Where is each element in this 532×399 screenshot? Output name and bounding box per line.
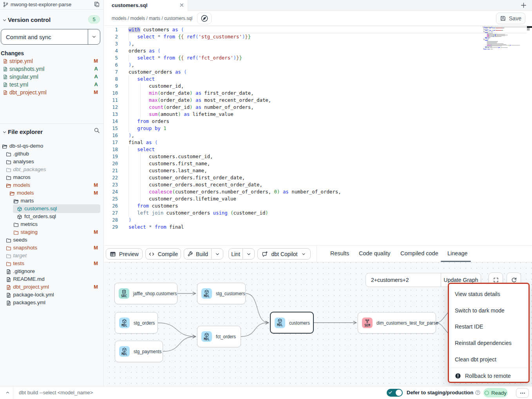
new-tab-button[interactable] <box>520 2 527 9</box>
tree-item-seeds[interactable]: seeds <box>0 237 103 244</box>
indent-guide <box>128 153 129 160</box>
tree-item--gitignore[interactable]: .gitignore <box>0 268 103 276</box>
tree-item-fct-orders-sql[interactable]: fct_orders.sql <box>0 213 103 221</box>
menu-item-clean-dbt-project[interactable]: Clean dbt project <box>449 351 528 368</box>
lineage-node-dim-customers-test-for-parse[interactable]: SEMdim_customers_test_for_parse <box>358 312 436 334</box>
folder-icon <box>6 253 11 259</box>
file-explorer-title: File explorer <box>8 128 43 135</box>
tab-lineage[interactable]: Lineage <box>447 250 468 256</box>
help-icon[interactable] <box>475 390 481 395</box>
tree-item-dbt-packages[interactable]: dbt_packages <box>0 166 103 174</box>
tree-item-label: packages.yml <box>13 300 46 305</box>
command-input[interactable]: dbt build --select <model_name> <box>19 390 93 395</box>
tab-compiled-code[interactable]: Compiled code <box>400 250 438 256</box>
folder-icon <box>6 261 11 267</box>
tree-item-snapshots[interactable]: snapshotsM <box>0 244 103 252</box>
folder-icon <box>13 199 19 204</box>
tree-status-badge: M <box>94 182 98 188</box>
lineage-node-stg-payments[interactable]: MDLstg_payments <box>115 341 163 362</box>
dbt-copilot-button[interactable]: dbt Copilot <box>257 248 311 260</box>
file-explorer-header[interactable]: File explorer <box>0 128 103 137</box>
copy-icon[interactable] <box>94 1 100 7</box>
change-item[interactable]: snapshots.ymlA <box>0 65 103 73</box>
tree-item-customers-sql[interactable]: customers.sql <box>0 205 103 213</box>
scrollbar-thumb[interactable] <box>527 28 530 31</box>
menu-item-view-status-details[interactable]: View status details <box>449 286 528 302</box>
tree-item-label: metrics <box>21 221 38 227</box>
ellipsis-icon <box>519 390 526 396</box>
compile-button[interactable]: Compile <box>145 248 181 260</box>
code-editor[interactable]: 1234567891011121314151617181920212223242… <box>104 26 532 245</box>
tree-item-dbt-project-yml[interactable]: dbt_project.ymlM <box>0 283 103 291</box>
lineage-node-jaffle-shop-customers[interactable]: SRCjaffle_shop.customers <box>114 283 177 304</box>
build-dropdown-button[interactable] <box>211 248 223 260</box>
tree-status-badge: M <box>94 190 98 196</box>
lineage-node-stg-orders[interactable]: MDLstg_orders <box>115 312 158 334</box>
tree-item--github[interactable]: .github <box>0 150 103 158</box>
lint-button[interactable]: Lint <box>228 248 242 260</box>
menu-item-rollback-to-remote[interactable]: Rollback to remote <box>449 368 528 384</box>
line-number: 15 <box>104 125 118 132</box>
commit-dropdown-button[interactable] <box>88 29 100 44</box>
explore-compass-button[interactable] <box>197 13 212 24</box>
code-line: ), <box>128 61 341 69</box>
defer-toggle[interactable] <box>387 389 403 397</box>
tree-item-label: target <box>13 253 27 258</box>
chevron-down-icon <box>301 251 306 257</box>
tree-item-packages-yml[interactable]: packages.yml <box>0 299 103 307</box>
tree-item-staging[interactable]: stagingM <box>0 229 103 237</box>
change-status-badge: M <box>94 89 98 95</box>
node-type-badge-mdl: MDL <box>201 288 212 299</box>
tab-customers-sql[interactable]: customers.sql <box>104 0 188 11</box>
tab-results[interactable]: Results <box>330 250 349 256</box>
tree-item-macros[interactable]: macros <box>0 174 103 182</box>
tree-item-label: snapshots <box>13 245 38 251</box>
tab-code-quality[interactable]: Code quality <box>359 250 391 256</box>
tree-item-readme-md[interactable]: README.md <box>0 276 103 283</box>
line-number: 9 <box>104 83 118 90</box>
change-status-badge: M <box>94 58 98 64</box>
code-line: sum(amount) as lifetime_value <box>128 111 341 118</box>
lineage-panel[interactable]: SRCjaffle_shop.customersMDLstg_customers… <box>104 262 532 386</box>
change-item[interactable]: test.ymlA <box>0 81 103 89</box>
code-line: select * from {{ ref('fct_orders')}} <box>128 54 341 61</box>
search-icon[interactable] <box>94 127 100 134</box>
close-icon[interactable] <box>179 2 185 8</box>
version-control-header[interactable]: Version control 5 <box>0 16 103 25</box>
menu-item-switch-to-dark-mode[interactable]: Switch to dark mode <box>449 302 528 319</box>
tree-item-metrics[interactable]: metrics <box>0 221 103 229</box>
tree-item-models[interactable]: modelsM <box>0 190 103 197</box>
tree-item-analyses[interactable]: analyses <box>0 158 103 166</box>
menu-item-reinstall-dependencies[interactable]: Reinstall dependencies <box>449 335 528 351</box>
code-line: coalesce(customer_orders.number_of_order… <box>128 188 341 195</box>
lineage-node-fct-orders[interactable]: MDLfct_orders <box>197 326 241 347</box>
commit-and-sync-button[interactable]: Commit and sync <box>1 29 100 45</box>
save-button[interactable]: Save <box>496 13 525 24</box>
code-content[interactable]: with customers as ( select * from {{ ref… <box>128 26 341 231</box>
change-item[interactable]: stripe.ymlM <box>0 58 103 65</box>
lint-dropdown-button[interactable] <box>242 248 255 260</box>
code-line: with customers as ( <box>128 26 341 33</box>
tree-item-tests[interactable]: testsM <box>0 260 103 268</box>
change-item[interactable]: dbt_project.ymlM <box>0 89 103 97</box>
tree-item-package-lock-yml[interactable]: package-lock.yml <box>0 291 103 299</box>
chevron-up-icon[interactable] <box>5 390 10 395</box>
more-options-button[interactable] <box>516 388 529 398</box>
tree-item-marts[interactable]: marts <box>0 197 103 205</box>
lineage-node-stg-customers[interactable]: MDLstg_customers <box>197 283 246 304</box>
tree-item-label: staging <box>21 229 38 235</box>
tree-item-target[interactable]: target <box>0 252 103 260</box>
tree-item-models[interactable]: modelsM <box>0 182 103 190</box>
line-number: 11 <box>104 97 118 104</box>
file-icon <box>6 269 11 274</box>
tree-item-db-sl-qs-demo[interactable]: db-sl-qs-demo <box>0 143 103 150</box>
code-line: select * from {{ ref('stg_customers')}} <box>128 33 341 40</box>
tree-item-label: README.md <box>13 276 45 282</box>
graph-search-input[interactable]: 2+customers+2 <box>366 273 441 287</box>
build-button[interactable]: Build <box>184 248 211 260</box>
lineage-node-customers[interactable]: MDLcustomers <box>270 312 314 334</box>
minimap[interactable] <box>482 27 527 49</box>
change-item[interactable]: singular.ymlA <box>0 73 103 81</box>
menu-item-restart-ide[interactable]: Restart IDE <box>449 319 528 335</box>
preview-button[interactable]: Preview <box>106 248 143 260</box>
